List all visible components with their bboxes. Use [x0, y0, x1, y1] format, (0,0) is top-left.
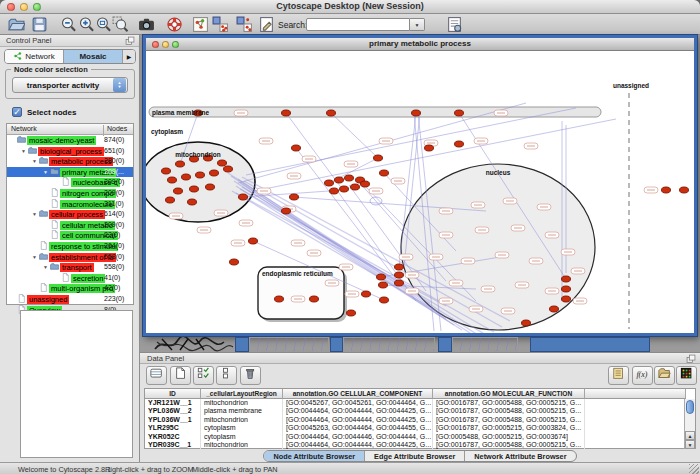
table-row-ydr039c__1[interactable]: YDR039C__1mitochondrion[GO:0044464, GO:0… [145, 441, 695, 449]
tab-overflow-button[interactable]: ▶ [123, 50, 135, 63]
column-header-empty[interactable] [585, 389, 686, 399]
tab-network-attribute-browser[interactable]: Network Attribute Browser [465, 451, 575, 461]
network-frame-titlebar[interactable]: primary metabolic process [146, 38, 694, 51]
network-node[interactable] [345, 175, 354, 181]
network-node[interactable] [190, 186, 199, 192]
network-node[interactable] [680, 187, 689, 193]
formula-button[interactable]: f(x) [632, 366, 653, 385]
tab-node-attribute-browser[interactable]: Node Attribute Browser [264, 451, 365, 461]
network-node[interactable] [377, 274, 386, 280]
scrollbar-thumb[interactable] [686, 400, 694, 414]
matrix-button[interactable] [676, 366, 697, 385]
layout-tool-b-icon[interactable] [236, 16, 253, 33]
network-node[interactable] [335, 177, 344, 183]
network-node[interactable] [218, 160, 227, 166]
network-node[interactable] [188, 199, 197, 205]
network-node[interactable] [351, 184, 360, 190]
network-node[interactable] [379, 282, 388, 288]
table-row-ypl036w__1[interactable]: YPL036W__1mitochondrion[GO:0044464, GO:0… [145, 416, 695, 424]
vizmap-edit-icon[interactable] [258, 16, 275, 33]
scroll-up-button[interactable]: ▲ [685, 431, 695, 440]
network-node[interactable] [166, 197, 175, 203]
network-node[interactable] [395, 280, 404, 286]
column-header--cellularlayoutregion[interactable]: _cellularLayoutRegion [201, 389, 283, 399]
float-window-icon[interactable] [125, 36, 135, 46]
tree-row-nitrogen-compo[interactable]: nitrogen compo209(0) [7, 188, 133, 199]
tree-expand-arrow[interactable]: ▼ [21, 146, 28, 157]
network-node[interactable] [395, 272, 404, 278]
tree-expand-arrow[interactable]: ▼ [43, 167, 50, 178]
network-node[interactable] [310, 296, 319, 302]
tree-row-unassigned[interactable]: unassigned223(0) [7, 294, 133, 305]
network-node[interactable] [196, 172, 205, 178]
network-image-icon[interactable] [192, 16, 209, 33]
network-node[interactable] [239, 194, 248, 200]
network-node[interactable] [562, 286, 571, 292]
tree-row-cellular-process[interactable]: ▼cellular process614(0) [7, 209, 133, 220]
tree-row-establishment-of-lo[interactable]: ▼establishment of lo558(0) [7, 252, 133, 263]
layout-tool-a-icon[interactable] [212, 16, 229, 33]
tree-row-primary-metabo[interactable]: ▼primary metabo209(... [7, 167, 133, 178]
network-node[interactable] [380, 170, 389, 176]
help-icon[interactable] [166, 16, 183, 33]
resize-grip[interactable] [689, 464, 699, 474]
tab-edge-attribute-browser[interactable]: Edge Attribute Browser [365, 451, 465, 461]
network-node[interactable] [182, 174, 191, 180]
table-row-ylr295c[interactable]: YLR295Ccytoplasm[GO:0045263, GO:0044464,… [145, 424, 695, 432]
tree-row-secretion[interactable]: secretion41(0) [7, 273, 133, 284]
network-node[interactable] [325, 180, 334, 186]
zoom-in-icon[interactable] [78, 16, 95, 33]
network-node[interactable] [292, 145, 301, 151]
node-color-dropdown[interactable]: transporter activity ▲▼ [12, 77, 128, 93]
network-node[interactable] [662, 187, 671, 193]
network-node[interactable] [174, 188, 183, 194]
tree-row-response-to-stimulu[interactable]: response to stimulu264(0) [7, 241, 133, 252]
background-frame-content[interactable] [343, 337, 435, 352]
search-dropdown-button[interactable]: ▼ [410, 18, 425, 31]
tree-row-nucleobase-c[interactable]: nucleobase-c209(0) [7, 177, 133, 188]
tree-expand-arrow[interactable]: ▼ [43, 262, 50, 273]
network-node[interactable] [455, 110, 464, 116]
network-canvas[interactable]: plasma membranecytoplasmmitochondrionnuc… [146, 51, 694, 333]
network-node[interactable] [395, 264, 404, 270]
network-node[interactable] [327, 110, 336, 116]
background-frame-content[interactable] [452, 337, 518, 352]
tree-row-biological-process[interactable]: ▼biological_process651(0) [7, 146, 133, 157]
network-node[interactable] [210, 170, 219, 176]
new-attribute-button[interactable] [170, 366, 191, 385]
snapshot-icon[interactable] [138, 16, 155, 33]
network-node[interactable] [162, 168, 171, 174]
scroll-down-button[interactable]: ▼ [685, 440, 695, 449]
tree-expand-arrow[interactable]: ▼ [32, 252, 39, 263]
table-row-ypl036w__2[interactable]: YPL036W__2plasma membrane[GO:0044464, GO… [145, 407, 695, 415]
network-node[interactable] [425, 145, 434, 151]
network-node[interactable] [282, 208, 291, 214]
column-header-annotation-go-molecular-function[interactable]: annotation.GO MOLECULAR_FUNCTION [433, 389, 585, 399]
network-node[interactable] [374, 155, 383, 161]
network-node[interactable] [362, 291, 371, 297]
background-frame-border[interactable] [438, 337, 452, 352]
network-node[interactable] [412, 110, 421, 116]
table-scrollbar[interactable]: ▲ ▼ [684, 399, 695, 449]
tree-expand-arrow[interactable]: ▼ [32, 209, 39, 220]
open-session-icon[interactable] [8, 16, 25, 33]
delete-attribute-button[interactable] [240, 366, 261, 385]
network-node[interactable] [550, 306, 559, 312]
network-view-frame[interactable]: primary metabolic process plasma membran… [143, 35, 697, 336]
network-node[interactable] [562, 296, 571, 302]
network-node[interactable] [206, 184, 215, 190]
column-header-annotation-go-cellular-component[interactable]: annotation.GO CELLULAR_COMPONENT [283, 389, 433, 399]
tab-mosaic[interactable]: Mosaic [64, 50, 123, 63]
save-session-icon[interactable] [31, 16, 48, 33]
network-node[interactable] [361, 181, 370, 187]
table-row-ykr052c[interactable]: YKR052Ccytoplasm[GO:0044464, GO:0044446,… [145, 433, 695, 441]
search-config-icon[interactable] [446, 19, 463, 36]
network-node[interactable] [249, 238, 258, 244]
network-node[interactable] [330, 188, 339, 194]
attribute-list-button[interactable] [608, 366, 629, 385]
zoom-selected-icon[interactable] [112, 16, 129, 33]
search-input[interactable] [306, 18, 410, 31]
tree-row-mosaic-demo-yeast[interactable]: mosaic-demo-yeast874(0) [7, 135, 133, 146]
network-node[interactable] [230, 259, 239, 265]
network-node[interactable] [275, 296, 284, 302]
